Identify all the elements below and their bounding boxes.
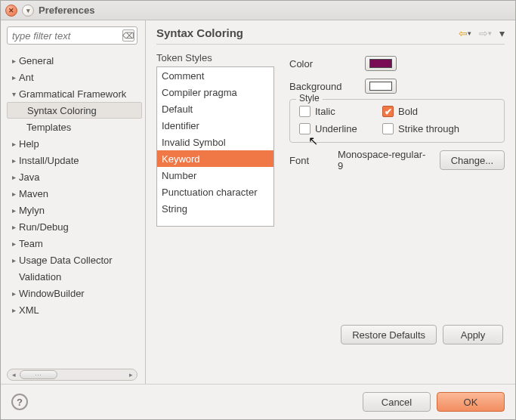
underline-checkbox[interactable]: Underline ↖ (299, 123, 382, 134)
header-nav: ⇦▾ ⇨▾ ▾ (459, 27, 505, 39)
page-buttons: Restore Defaults Apply (156, 325, 505, 344)
tree-item[interactable]: ▸Ant (7, 69, 142, 85)
token-list-item[interactable]: Identifier (157, 117, 273, 134)
chevron-right-icon[interactable]: ▸ (8, 239, 19, 248)
background-swatch (369, 82, 392, 91)
token-listbox[interactable]: CommentCompiler pragmaDefaultIdentifierI… (156, 66, 274, 227)
chevron-right-icon[interactable]: ▸ (8, 190, 19, 198)
token-list-item[interactable]: Number (157, 167, 273, 184)
change-font-button[interactable]: Change... (440, 150, 505, 170)
menu-icon[interactable]: ▾ (499, 27, 505, 39)
token-column: Token Styles CommentCompiler pragmaDefau… (156, 52, 274, 227)
main-panel: Syntax Coloring ⇦▾ ⇨▾ ▾ Token Styles Com… (146, 20, 515, 384)
scroll-left-icon[interactable]: ◂ (9, 370, 18, 379)
bold-checkbox[interactable]: ✔ Bold (382, 106, 495, 117)
chevron-right-icon[interactable]: ▸ (8, 57, 19, 65)
font-label: Font (289, 155, 327, 166)
tree-item[interactable]: ▸XML (7, 301, 142, 318)
apply-button[interactable]: Apply (443, 325, 503, 344)
page-title: Syntax Coloring (156, 26, 243, 39)
tree-item[interactable]: ▸General (7, 52, 142, 69)
color-button[interactable] (365, 56, 397, 71)
close-icon[interactable]: ✕ (5, 5, 17, 17)
chevron-right-icon[interactable]: ▸ (8, 73, 19, 82)
scrollbar-thumb[interactable]: ··· (20, 370, 57, 379)
checkbox-icon: ✔ (382, 106, 394, 117)
tree-item[interactable]: Validation (7, 268, 142, 285)
token-list-item[interactable]: Keyword (157, 150, 273, 167)
token-list-item[interactable]: String (157, 200, 273, 217)
cancel-button[interactable]: Cancel (363, 392, 431, 412)
chevron-right-icon[interactable]: ▸ (8, 156, 19, 165)
tree-item-label: Team (19, 238, 43, 249)
content: Token Styles CommentCompiler pragmaDefau… (156, 52, 505, 227)
tree-item[interactable]: ▾Grammatical Framework (7, 85, 142, 102)
tree-item-label: Run/Debug (19, 221, 69, 233)
window-body: ⌫ ▸General▸Ant▾Grammatical FrameworkSynt… (1, 20, 515, 384)
tree-item-label: Templates (26, 122, 71, 133)
minimize-icon[interactable]: ▾ (22, 5, 34, 17)
cursor-icon: ↖ (308, 134, 318, 148)
tree-item[interactable]: ▸Java (7, 168, 142, 185)
tree-item-label: Install/Update (19, 155, 79, 166)
tree-item-label: General (19, 55, 54, 66)
color-row: Color (289, 52, 505, 75)
tree-item-label: Mylyn (19, 205, 45, 216)
filter-wrap: ⌫ (7, 26, 137, 45)
tree-item-label: Usage Data Collector (19, 255, 113, 266)
help-icon[interactable]: ? (11, 394, 28, 410)
chevron-right-icon[interactable]: ▸ (8, 206, 19, 215)
checkbox-icon (299, 123, 311, 134)
token-list-item[interactable]: Punctuation character (157, 184, 273, 200)
restore-defaults-button[interactable]: Restore Defaults (341, 325, 437, 344)
tree-item[interactable]: ▸WindowBuilder (7, 285, 142, 301)
chevron-right-icon[interactable]: ▸ (8, 289, 19, 298)
underline-label: Underline (315, 123, 357, 134)
ok-button[interactable]: OK (437, 392, 505, 412)
horizontal-scrollbar[interactable]: ◂ ··· ▸ (7, 369, 137, 381)
chevron-right-icon[interactable]: ▸ (8, 256, 19, 264)
tree-item[interactable]: ▸Help (7, 135, 142, 152)
chevron-down-icon[interactable]: ▾ (8, 90, 19, 98)
tree-item[interactable]: ▸Usage Data Collector (7, 252, 142, 268)
background-button[interactable] (365, 79, 397, 94)
filter-input[interactable] (7, 26, 137, 45)
token-list-item[interactable]: Compiler pragma (157, 84, 273, 100)
tree-item[interactable]: ▸Install/Update (7, 152, 142, 168)
category-tree[interactable]: ▸General▸Ant▾Grammatical FrameworkSyntax… (7, 49, 142, 366)
tree-item[interactable]: ▸Run/Debug (7, 218, 142, 235)
background-label: Background (289, 81, 354, 92)
forward-icon[interactable]: ⇨▾ (479, 27, 492, 39)
chevron-right-icon[interactable]: ▸ (8, 173, 19, 181)
tree-item-label: WindowBuilder (19, 288, 85, 299)
tree-item-label: XML (19, 304, 39, 316)
color-swatch (369, 59, 392, 68)
token-list-item[interactable]: Default (157, 100, 273, 117)
main-header: Syntax Coloring ⇦▾ ⇨▾ ▾ (156, 26, 505, 45)
footer: ? Cancel OK (1, 384, 515, 419)
tree-item[interactable]: ▸Mylyn (7, 202, 142, 218)
window-title: Preferences (39, 5, 94, 16)
titlebar: ✕ ▾ Preferences (1, 1, 515, 20)
font-row: Font Monospace-regular-9 Change... (289, 149, 505, 171)
tree-item-label: Help (19, 138, 39, 150)
strike-checkbox[interactable]: Strike through (382, 123, 495, 134)
tree-item[interactable]: ▸Team (7, 235, 142, 252)
token-list-item[interactable]: Invalid Symbol (157, 134, 273, 150)
chevron-right-icon[interactable]: ▸ (8, 306, 19, 314)
tree-child-item[interactable]: Templates (7, 119, 142, 135)
tree-item-label: Syntax Coloring (27, 105, 97, 116)
tree-item-label: Grammatical Framework (19, 88, 126, 100)
token-list-item[interactable]: Comment (157, 67, 273, 84)
italic-label: Italic (315, 106, 335, 117)
chevron-right-icon[interactable]: ▸ (8, 140, 19, 148)
italic-checkbox[interactable]: Italic (299, 106, 382, 117)
back-icon[interactable]: ⇦▾ (459, 27, 471, 39)
color-label: Color (289, 58, 354, 69)
properties-column: Color Background Style (289, 52, 505, 227)
tree-item[interactable]: ▸Maven (7, 185, 142, 202)
chevron-right-icon[interactable]: ▸ (8, 223, 19, 231)
tree-child-item[interactable]: Syntax Coloring (7, 102, 142, 119)
clear-filter-icon[interactable]: ⌫ (122, 29, 134, 42)
scroll-right-icon[interactable]: ▸ (126, 370, 135, 379)
